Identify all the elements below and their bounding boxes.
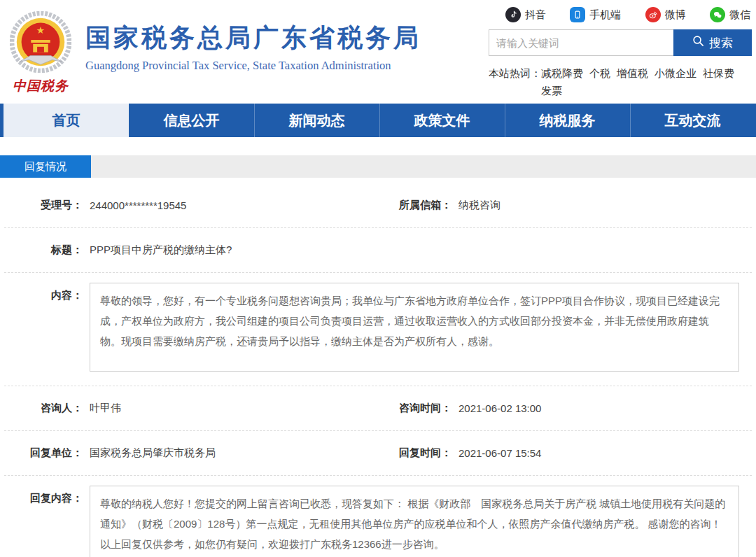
reply-time-value: 2021-06-07 15:54 bbox=[458, 447, 541, 459]
row-consultant: 咨询人： 叶甲伟 咨询时间： 2021-06-02 13:00 bbox=[4, 386, 752, 431]
hotword-link[interactable]: 社保费 bbox=[703, 64, 734, 82]
wechat-icon bbox=[710, 7, 725, 22]
header-right: 抖音 手机端 微博 微信 bbox=[489, 0, 756, 104]
site-logo[interactable]: ★ 中国税务 国家税务总局广东省税务局 Guangdong Provincial… bbox=[7, 0, 421, 104]
china-tax-emblem-icon: ★ bbox=[10, 63, 71, 75]
hotwords-label: 本站热词： bbox=[489, 64, 541, 99]
mailbox-label: 所属信箱： bbox=[399, 199, 451, 212]
content-box: 尊敬的领导，您好，有一个专业税务问题想咨询贵局；我单位与广东省地方政府单位合作，… bbox=[90, 283, 739, 372]
hotword-link[interactable]: 发票 bbox=[541, 82, 562, 99]
douyin-link[interactable]: 抖音 bbox=[505, 7, 546, 22]
nav-tab-interaction[interactable]: 互动交流 bbox=[630, 104, 755, 137]
douyin-label: 抖音 bbox=[525, 8, 546, 22]
row-content: 内容： 尊敬的领导，您好，有一个专业税务问题想咨询贵局；我单位与广东省地方政府单… bbox=[4, 273, 752, 386]
hotwords: 本站热词： 减税降费 个税 增值税 小微企业 社保费 发票 bbox=[489, 64, 752, 99]
wechat-link[interactable]: 微信 bbox=[710, 7, 750, 22]
reply-content-label: 回复内容： bbox=[4, 486, 83, 505]
hotword-link[interactable]: 减税降费 bbox=[541, 64, 583, 82]
hotword-link[interactable]: 小微企业 bbox=[654, 64, 696, 82]
main-nav: 首页 信息公开 新闻动态 政策文件 纳税服务 互动交流 bbox=[0, 104, 756, 137]
svg-text:★: ★ bbox=[36, 25, 45, 36]
mobile-icon bbox=[570, 7, 585, 22]
content-label: 内容： bbox=[4, 283, 83, 302]
hotword-link[interactable]: 个税 bbox=[589, 64, 610, 82]
reply-content-box: 尊敬的纳税人您好！您提交的网上留言咨询已收悉，现答复如下： 根据《财政部 国家税… bbox=[90, 486, 739, 557]
weibo-icon bbox=[645, 7, 661, 22]
consult-time-label: 咨询时间： bbox=[399, 402, 451, 415]
row-accept-mailbox: 受理号： 244000********19545 所属信箱： 纳税咨询 bbox=[4, 183, 752, 228]
title-value: PPP项目中房产税的缴纳主体? bbox=[90, 244, 232, 257]
reply-detail: 受理号： 244000********19545 所属信箱： 纳税咨询 标题： … bbox=[0, 178, 756, 557]
tab-reply-status[interactable]: 回复情况 bbox=[0, 155, 91, 178]
reply-time-label: 回复时间： bbox=[399, 446, 451, 460]
nav-tab-info-disclosure[interactable]: 信息公开 bbox=[129, 104, 254, 137]
consultant-label: 咨询人： bbox=[4, 402, 83, 415]
search-bar: 搜索 bbox=[489, 29, 752, 56]
row-title: 标题： PPP项目中房产税的缴纳主体? bbox=[4, 228, 752, 273]
mobile-link[interactable]: 手机端 bbox=[570, 7, 621, 22]
wechat-label: 微信 bbox=[729, 8, 750, 22]
reply-unit-label: 回复单位： bbox=[4, 446, 83, 460]
search-input[interactable] bbox=[489, 29, 673, 56]
douyin-icon bbox=[505, 7, 521, 22]
nav-tab-home[interactable]: 首页 bbox=[4, 104, 129, 137]
consult-time-value: 2021-06-02 13:00 bbox=[458, 402, 541, 414]
search-button-label: 搜索 bbox=[709, 35, 733, 51]
consultant-value: 叶甲伟 bbox=[90, 402, 121, 415]
accept-no-label: 受理号： bbox=[4, 199, 83, 212]
weibo-label: 微博 bbox=[665, 8, 686, 22]
mailbox-value: 纳税咨询 bbox=[458, 199, 500, 212]
search-icon bbox=[692, 35, 704, 50]
row-reply-content: 回复内容： 尊敬的纳税人您好！您提交的网上留言咨询已收悉，现答复如下： 根据《财… bbox=[4, 476, 752, 557]
site-header: ★ 中国税务 国家税务总局广东省税务局 Guangdong Provincial… bbox=[0, 0, 756, 104]
accept-no-value: 244000********19545 bbox=[90, 199, 186, 211]
nav-tab-tax-service[interactable]: 纳税服务 bbox=[505, 104, 630, 137]
logo-text: 中国税务 bbox=[7, 77, 74, 95]
section-tab-bar: 回复情况 bbox=[0, 155, 756, 178]
search-button[interactable]: 搜索 bbox=[673, 29, 752, 56]
nav-tab-news[interactable]: 新闻动态 bbox=[254, 104, 379, 137]
hotword-link[interactable]: 增值税 bbox=[617, 64, 648, 82]
row-reply-unit: 回复单位： 国家税务总局肇庆市税务局 回复时间： 2021-06-07 15:5… bbox=[4, 431, 752, 476]
reply-unit-value: 国家税务总局肇庆市税务局 bbox=[90, 446, 216, 460]
mobile-label: 手机端 bbox=[589, 8, 621, 22]
title-label: 标题： bbox=[4, 244, 83, 257]
page-title: 国家税务总局广东省税务局 bbox=[85, 22, 421, 53]
weibo-link[interactable]: 微博 bbox=[645, 7, 686, 22]
page-subtitle: Guangdong Provincial Tax Service, State … bbox=[85, 59, 421, 73]
nav-tab-policy[interactable]: 政策文件 bbox=[379, 104, 505, 137]
social-links: 抖音 手机端 微博 微信 bbox=[489, 6, 752, 24]
